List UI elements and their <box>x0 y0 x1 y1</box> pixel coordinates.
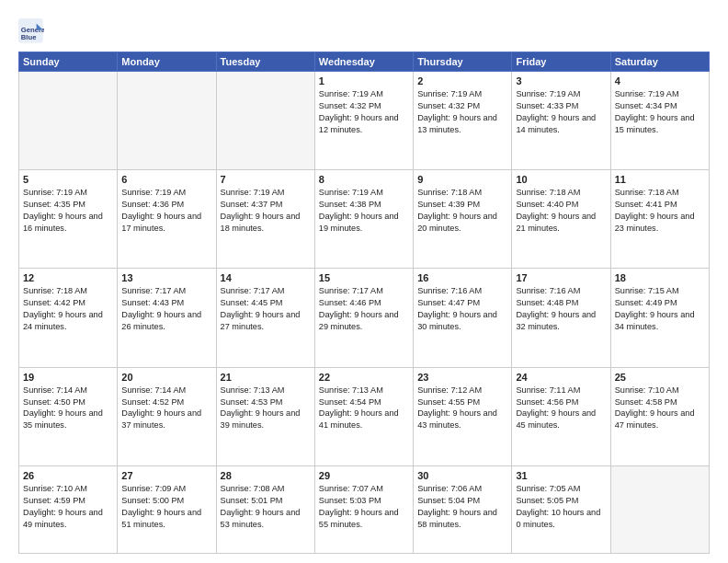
cell-info: Sunrise: 7:12 AMSunset: 4:55 PMDaylight:… <box>417 385 507 432</box>
day-number: 9 <box>417 174 507 185</box>
day-header-wednesday: Wednesday <box>314 52 413 72</box>
cell-info: Sunrise: 7:05 AMSunset: 5:05 PMDaylight:… <box>516 483 606 531</box>
day-number: 14 <box>221 272 311 283</box>
cell-info: Sunrise: 7:09 AMSunset: 5:00 PMDaylight:… <box>121 483 211 531</box>
calendar-cell: 28Sunrise: 7:08 AMSunset: 5:01 PMDayligh… <box>216 465 314 553</box>
day-header-sunday: Sunday <box>19 52 118 72</box>
day-header-saturday: Saturday <box>610 52 709 72</box>
calendar-cell: 16Sunrise: 7:16 AMSunset: 4:47 PMDayligh… <box>414 269 512 367</box>
cell-info: Sunrise: 7:08 AMSunset: 5:01 PMDaylight:… <box>221 483 311 531</box>
calendar-cell <box>19 72 118 170</box>
calendar-cell <box>118 72 216 170</box>
cell-info: Sunrise: 7:19 AMSunset: 4:37 PMDaylight:… <box>221 187 311 235</box>
day-number: 22 <box>319 372 409 383</box>
calendar-cell: 23Sunrise: 7:12 AMSunset: 4:55 PMDayligh… <box>414 367 512 465</box>
week-row-2: 12Sunrise: 7:18 AMSunset: 4:42 PMDayligh… <box>19 269 710 367</box>
day-number: 25 <box>615 372 705 383</box>
cell-info: Sunrise: 7:19 AMSunset: 4:34 PMDaylight:… <box>615 88 705 136</box>
page: General Blue SundayMondayTuesdayWednesda… <box>0 0 728 563</box>
cell-info: Sunrise: 7:18 AMSunset: 4:40 PMDaylight:… <box>516 187 606 235</box>
cell-info: Sunrise: 7:10 AMSunset: 4:58 PMDaylight:… <box>615 385 705 432</box>
day-number: 10 <box>516 174 606 185</box>
cell-info: Sunrise: 7:19 AMSunset: 4:32 PMDaylight:… <box>417 88 507 136</box>
cell-info: Sunrise: 7:19 AMSunset: 4:36 PMDaylight:… <box>121 187 211 235</box>
cell-info: Sunrise: 7:19 AMSunset: 4:32 PMDaylight:… <box>319 88 409 136</box>
day-header-monday: Monday <box>118 52 216 72</box>
cell-info: Sunrise: 7:18 AMSunset: 4:42 PMDaylight:… <box>23 285 113 333</box>
calendar-cell: 13Sunrise: 7:17 AMSunset: 4:43 PMDayligh… <box>118 269 216 367</box>
day-number: 16 <box>417 272 507 283</box>
calendar-cell: 17Sunrise: 7:16 AMSunset: 4:48 PMDayligh… <box>512 269 610 367</box>
day-number: 8 <box>319 174 409 185</box>
day-number: 6 <box>121 174 211 185</box>
day-number: 20 <box>121 372 211 383</box>
svg-text:Blue: Blue <box>21 33 37 41</box>
cell-info: Sunrise: 7:15 AMSunset: 4:49 PMDaylight:… <box>615 285 705 333</box>
day-number: 15 <box>319 272 409 283</box>
cell-info: Sunrise: 7:13 AMSunset: 4:54 PMDaylight:… <box>319 385 409 432</box>
week-row-3: 19Sunrise: 7:14 AMSunset: 4:50 PMDayligh… <box>19 367 710 465</box>
logo-icon: General Blue <box>18 18 44 44</box>
week-row-0: 1Sunrise: 7:19 AMSunset: 4:32 PMDaylight… <box>19 72 710 170</box>
calendar-cell: 19Sunrise: 7:14 AMSunset: 4:50 PMDayligh… <box>19 367 118 465</box>
day-number: 23 <box>417 372 507 383</box>
day-header-tuesday: Tuesday <box>216 52 314 72</box>
cell-info: Sunrise: 7:10 AMSunset: 4:59 PMDaylight:… <box>23 483 113 531</box>
calendar-cell: 7Sunrise: 7:19 AMSunset: 4:37 PMDaylight… <box>216 170 314 269</box>
cell-info: Sunrise: 7:19 AMSunset: 4:38 PMDaylight:… <box>319 187 409 235</box>
day-number: 11 <box>615 174 705 185</box>
cell-info: Sunrise: 7:19 AMSunset: 4:33 PMDaylight:… <box>516 88 606 136</box>
calendar-cell: 29Sunrise: 7:07 AMSunset: 5:03 PMDayligh… <box>314 465 413 553</box>
cell-info: Sunrise: 7:07 AMSunset: 5:03 PMDaylight:… <box>319 483 409 531</box>
day-number: 2 <box>417 75 507 86</box>
day-number: 21 <box>221 372 311 383</box>
calendar-cell <box>610 465 709 553</box>
calendar-cell: 10Sunrise: 7:18 AMSunset: 4:40 PMDayligh… <box>512 170 610 269</box>
day-number: 31 <box>516 470 606 481</box>
calendar-cell: 14Sunrise: 7:17 AMSunset: 4:45 PMDayligh… <box>216 269 314 367</box>
day-number: 5 <box>23 174 113 185</box>
calendar-cell: 9Sunrise: 7:18 AMSunset: 4:39 PMDaylight… <box>414 170 512 269</box>
week-row-4: 26Sunrise: 7:10 AMSunset: 4:59 PMDayligh… <box>19 465 710 553</box>
calendar-cell: 1Sunrise: 7:19 AMSunset: 4:32 PMDaylight… <box>314 72 413 170</box>
cell-info: Sunrise: 7:14 AMSunset: 4:50 PMDaylight:… <box>23 385 113 432</box>
calendar-cell: 31Sunrise: 7:05 AMSunset: 5:05 PMDayligh… <box>512 465 610 553</box>
calendar-cell: 8Sunrise: 7:19 AMSunset: 4:38 PMDaylight… <box>314 170 413 269</box>
day-number: 30 <box>417 470 507 481</box>
day-number: 26 <box>23 470 113 481</box>
day-header-thursday: Thursday <box>414 52 512 72</box>
calendar-cell: 25Sunrise: 7:10 AMSunset: 4:58 PMDayligh… <box>610 367 709 465</box>
day-number: 18 <box>615 272 705 283</box>
calendar-cell: 12Sunrise: 7:18 AMSunset: 4:42 PMDayligh… <box>19 269 118 367</box>
day-number: 12 <box>23 272 113 283</box>
cell-info: Sunrise: 7:11 AMSunset: 4:56 PMDaylight:… <box>516 385 606 432</box>
calendar-cell: 24Sunrise: 7:11 AMSunset: 4:56 PMDayligh… <box>512 367 610 465</box>
week-row-1: 5Sunrise: 7:19 AMSunset: 4:35 PMDaylight… <box>19 170 710 269</box>
cell-info: Sunrise: 7:14 AMSunset: 4:52 PMDaylight:… <box>121 385 211 432</box>
logo: General Blue <box>18 18 48 44</box>
day-number: 24 <box>516 372 606 383</box>
calendar-cell: 11Sunrise: 7:18 AMSunset: 4:41 PMDayligh… <box>610 170 709 269</box>
cell-info: Sunrise: 7:18 AMSunset: 4:41 PMDaylight:… <box>615 187 705 235</box>
cell-info: Sunrise: 7:16 AMSunset: 4:47 PMDaylight:… <box>417 285 507 333</box>
calendar-cell: 3Sunrise: 7:19 AMSunset: 4:33 PMDaylight… <box>512 72 610 170</box>
cell-info: Sunrise: 7:19 AMSunset: 4:35 PMDaylight:… <box>23 187 113 235</box>
cell-info: Sunrise: 7:06 AMSunset: 5:04 PMDaylight:… <box>417 483 507 531</box>
day-number: 19 <box>23 372 113 383</box>
cell-info: Sunrise: 7:17 AMSunset: 4:46 PMDaylight:… <box>319 285 409 333</box>
calendar-cell: 30Sunrise: 7:06 AMSunset: 5:04 PMDayligh… <box>414 465 512 553</box>
day-number: 4 <box>615 75 705 86</box>
calendar-header-row: SundayMondayTuesdayWednesdayThursdayFrid… <box>19 52 710 72</box>
cell-info: Sunrise: 7:18 AMSunset: 4:39 PMDaylight:… <box>417 187 507 235</box>
day-number: 7 <box>221 174 311 185</box>
day-number: 28 <box>221 470 311 481</box>
day-number: 13 <box>121 272 211 283</box>
calendar-cell: 18Sunrise: 7:15 AMSunset: 4:49 PMDayligh… <box>610 269 709 367</box>
cell-info: Sunrise: 7:13 AMSunset: 4:53 PMDaylight:… <box>221 385 311 432</box>
cell-info: Sunrise: 7:17 AMSunset: 4:45 PMDaylight:… <box>221 285 311 333</box>
calendar-cell: 15Sunrise: 7:17 AMSunset: 4:46 PMDayligh… <box>314 269 413 367</box>
calendar-cell: 6Sunrise: 7:19 AMSunset: 4:36 PMDaylight… <box>118 170 216 269</box>
calendar-cell: 22Sunrise: 7:13 AMSunset: 4:54 PMDayligh… <box>314 367 413 465</box>
header: General Blue <box>18 15 710 44</box>
calendar-cell: 26Sunrise: 7:10 AMSunset: 4:59 PMDayligh… <box>19 465 118 553</box>
